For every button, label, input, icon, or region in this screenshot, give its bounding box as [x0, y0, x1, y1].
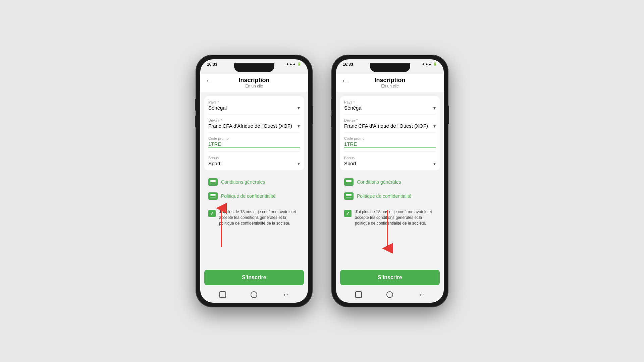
back-button-left[interactable]: ←	[206, 77, 212, 84]
links-section-right: Conditions générales Politique de confid…	[340, 174, 440, 204]
row-pays-left[interactable]: Sénégal ▾	[208, 105, 300, 111]
home-square-left	[219, 291, 226, 298]
privacy-icon-left	[208, 192, 218, 200]
value-bonus-left: Sport	[208, 161, 220, 166]
label-devise-right: Devise *	[344, 118, 436, 122]
submit-button-left[interactable]: S'inscrire	[204, 270, 304, 285]
label-pays-right: Pays *	[344, 100, 436, 104]
checkmark-right: ✓	[346, 211, 350, 216]
link-conditions-text-right: Conditions générales	[357, 179, 401, 185]
link-privacy-right[interactable]: Politique de confidentialité	[340, 189, 440, 203]
link-privacy-text-right: Politique de confidentialité	[357, 193, 412, 199]
link-privacy-left[interactable]: Politique de confidentialité	[204, 189, 304, 203]
label-pays-left: Pays *	[208, 100, 300, 104]
value-devise-left: Franc CFA d'Afrique de l'Ouest (XOF)	[208, 123, 292, 129]
row-bonus-right[interactable]: Sport ▾	[344, 161, 436, 166]
row-bonus-left[interactable]: Sport ▾	[208, 161, 300, 166]
conditions-icon-right	[344, 178, 354, 186]
field-devise-right: Devise * Franc CFA d'Afrique de l'Ouest …	[344, 118, 436, 132]
checkbox-right[interactable]: ✓	[344, 210, 352, 217]
field-pays-right: Pays * Sénégal ▾	[344, 100, 436, 114]
value-pays-left: Sénégal	[208, 105, 227, 111]
chevron-devise-right: ▾	[433, 123, 436, 129]
label-promo-left: Code promo	[208, 136, 300, 140]
status-time-right: 16:33	[343, 62, 353, 67]
checkmark-left: ✓	[210, 211, 214, 216]
links-section-left: Conditions générales Politique de confid…	[204, 174, 304, 204]
field-pays-left: Pays * Sénégal ▾	[208, 100, 300, 114]
checkbox-section-left: ✓ J'ai plus de 18 ans et je confirme avo…	[204, 208, 304, 229]
checkbox-section-right: ✓ J'ai plus de 18 ans et je confirme avo…	[340, 208, 440, 229]
field-devise-left: Devise * Franc CFA d'Afrique de l'Ouest …	[208, 118, 300, 132]
form-card-right: Pays * Sénégal ▾ Devise * Franc CFA d'Af…	[340, 96, 440, 170]
home-square-right	[355, 291, 362, 298]
row-pays-right[interactable]: Sénégal ▾	[344, 105, 436, 111]
home-circle-right	[386, 291, 393, 298]
link-privacy-text-left: Politique de confidentialité	[221, 193, 276, 199]
home-bar-left: ↩	[200, 288, 308, 303]
chevron-pays-right: ▾	[433, 105, 436, 111]
status-icons-left: ▲▲▲ 🔋	[286, 62, 301, 66]
value-bonus-right: Sport	[344, 161, 356, 166]
right-phone: 16:33 ▲▲▲ 🔋 ← Inscription En un clic Pay…	[332, 55, 448, 307]
phone-screen-right: 16:33 ▲▲▲ 🔋 ← Inscription En un clic Pay…	[336, 59, 444, 303]
link-conditions-text-left: Conditions générales	[221, 179, 265, 185]
label-bonus-right: Bonus	[344, 156, 436, 160]
label-promo-right: Code promo	[344, 136, 436, 140]
header-title-right: Inscription	[374, 77, 405, 84]
field-bonus-left: Bonus Sport ▾	[208, 156, 300, 166]
header-subtitle-left: En un clic	[245, 84, 263, 88]
status-time-left: 16:33	[207, 62, 217, 67]
conditions-icon-left	[208, 178, 218, 186]
left-phone: 16:33 ▲▲▲ 🔋 ← Inscription En un clic Pay…	[196, 55, 312, 307]
chevron-pays-left: ▾	[298, 105, 300, 111]
row-devise-right[interactable]: Franc CFA d'Afrique de l'Ouest (XOF) ▾	[344, 123, 436, 129]
checkbox-left[interactable]: ✓	[208, 210, 216, 217]
input-promo-left[interactable]	[208, 141, 300, 148]
app-header-right: ← Inscription En un clic	[336, 74, 444, 92]
notch-right	[370, 63, 410, 72]
home-back-right: ↩	[418, 291, 425, 298]
link-conditions-right[interactable]: Conditions générales	[340, 175, 440, 189]
home-back-left: ↩	[282, 291, 289, 298]
field-promo-left: Code promo	[208, 136, 300, 152]
chevron-bonus-right: ▾	[433, 161, 436, 166]
checkbox-text-right: J'ai plus de 18 ans et je confirme avoir…	[355, 209, 436, 226]
home-bar-right: ↩	[336, 288, 444, 303]
chevron-bonus-left: ▾	[298, 161, 300, 166]
notch-left	[234, 63, 274, 72]
app-header-left: ← Inscription En un clic	[200, 74, 308, 92]
phone-screen-left: 16:33 ▲▲▲ 🔋 ← Inscription En un clic Pay…	[200, 59, 308, 303]
field-bonus-right: Bonus Sport ▾	[344, 156, 436, 166]
back-button-right[interactable]: ←	[341, 77, 348, 84]
value-devise-right: Franc CFA d'Afrique de l'Ouest (XOF)	[344, 123, 428, 129]
header-title-left: Inscription	[238, 77, 269, 84]
checkbox-text-left: J'ai plus de 18 ans et je confirme avoir…	[219, 209, 300, 226]
row-devise-left[interactable]: Franc CFA d'Afrique de l'Ouest (XOF) ▾	[208, 123, 300, 129]
status-icons-right: ▲▲▲ 🔋	[422, 62, 437, 66]
label-devise-left: Devise *	[208, 118, 300, 122]
label-bonus-left: Bonus	[208, 156, 300, 160]
scroll-content-left: Pays * Sénégal ▾ Devise * Franc CFA d'Af…	[200, 92, 308, 267]
field-promo-right: Code promo	[344, 136, 436, 152]
privacy-icon-right	[344, 192, 354, 200]
scroll-content-right: Pays * Sénégal ▾ Devise * Franc CFA d'Af…	[336, 92, 444, 267]
form-card-left: Pays * Sénégal ▾ Devise * Franc CFA d'Af…	[204, 96, 304, 170]
chevron-devise-left: ▾	[298, 123, 300, 129]
submit-button-right[interactable]: S'inscrire	[340, 270, 440, 285]
link-conditions-left[interactable]: Conditions générales	[204, 175, 304, 189]
home-circle-left	[251, 291, 257, 298]
value-pays-right: Sénégal	[344, 105, 363, 111]
input-promo-right[interactable]	[344, 141, 436, 148]
header-subtitle-right: En un clic	[381, 84, 398, 88]
